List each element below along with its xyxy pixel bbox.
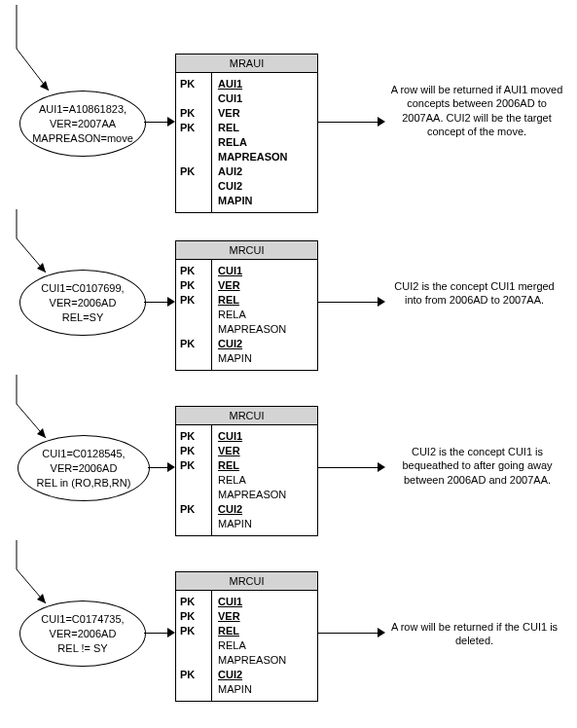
table-mraui: MRAUI PKPKPKPK AUI1CUI1VERRELRELAMAPREAS… (175, 54, 318, 213)
field-cell: CUI1 (218, 264, 306, 278)
ellipse-line: VER=2006AD (51, 461, 118, 476)
field-cell: AUI2 (218, 164, 306, 179)
pk-cell: PK (180, 106, 207, 121)
field-cell: VER (218, 106, 306, 121)
ellipse-line: CUI1=C0174735, (41, 612, 124, 627)
field-cell: RELA (218, 135, 306, 150)
field-cell: RELA (218, 308, 306, 322)
field-cell: RELA (218, 473, 306, 488)
field-cell: RELA (218, 638, 306, 653)
ellipse-line: CUI1=C0107699, (41, 281, 124, 296)
pk-cell: PK (180, 293, 207, 308)
description-3: CUI2 is the concept CUI1 is bequeathed t… (387, 445, 567, 487)
ellipse-line: CUI1=C0128545, (42, 447, 125, 461)
pk-cell: PK (180, 429, 207, 444)
table-field-column: AUI1CUI1VERRELRELAMAPREASONAUI2CUI2MAPIN (212, 73, 311, 212)
table-pk-column: PKPKPKPK (176, 591, 212, 701)
table-pk-column: PKPKPKPK (176, 260, 212, 370)
description-4: A row will be returned if the CUI1 is de… (389, 620, 559, 648)
pk-cell: PK (180, 458, 207, 473)
arrow-table-to-desc-2 (317, 302, 383, 303)
pk-cell (180, 179, 207, 194)
pk-cell: PK (180, 278, 207, 293)
pk-cell: PK (180, 337, 207, 351)
field-cell: CUI2 (218, 668, 306, 682)
field-cell: CUI1 (218, 91, 306, 106)
ellipse-line: VER=2006AD (50, 296, 117, 310)
query-ellipse-2: CUI1=C0107699, VER=2006AD REL=SY (19, 270, 146, 336)
arrow-table-to-desc-3 (317, 467, 383, 468)
arrowhead (378, 117, 385, 127)
table-field-column: CUI1VERRELRELAMAPREASONCUI2MAPIN (212, 260, 311, 370)
pk-cell (180, 150, 207, 164)
ellipse-line: AUI1=A10861823, (39, 102, 126, 117)
pk-cell (180, 194, 207, 208)
arrow-table-to-desc-1 (317, 122, 383, 123)
pk-cell: PK (180, 164, 207, 179)
table-pk-column: PKPKPKPK (176, 425, 212, 535)
pk-cell (180, 473, 207, 488)
arrowhead (378, 628, 385, 637)
arrowhead (167, 297, 175, 307)
pk-cell (180, 653, 207, 668)
svg-marker-0 (40, 81, 49, 91)
field-cell: MAPIN (218, 682, 306, 697)
pk-cell (180, 91, 207, 106)
field-cell: VER (218, 609, 306, 624)
field-cell: REL (218, 624, 306, 638)
table-pk-column: PKPKPKPK (176, 73, 212, 212)
field-cell: REL (218, 458, 306, 473)
pk-cell: PK (180, 609, 207, 624)
table-mrcui-2: MRCUI PKPKPKPK CUI1VERRELRELAMAPREASONCU… (175, 240, 318, 371)
table-title: MRCUI (176, 572, 317, 591)
field-cell: VER (218, 444, 306, 458)
pk-cell (180, 322, 207, 337)
table-field-column: CUI1VERRELRELAMAPREASONCUI2MAPIN (212, 591, 311, 701)
field-cell: MAPREASON (218, 653, 306, 668)
ellipse-line: REL in (RO,RB,RN) (37, 476, 131, 491)
pk-cell (180, 517, 207, 531)
pk-cell (180, 135, 207, 150)
ellipse-line: REL=SY (62, 310, 104, 325)
table-title: MRAUI (176, 55, 317, 73)
pk-cell (180, 682, 207, 697)
field-cell: REL (218, 293, 306, 308)
arrowhead (167, 462, 175, 472)
field-cell: VER (218, 278, 306, 293)
ellipse-line: VER=2006AD (50, 627, 117, 641)
field-cell: MAPREASON (218, 322, 306, 337)
pk-cell: PK (180, 77, 207, 91)
arrowhead (167, 117, 175, 127)
pk-cell: PK (180, 444, 207, 458)
pk-cell: PK (180, 624, 207, 638)
query-ellipse-4: CUI1=C0174735, VER=2006AD REL != SY (19, 601, 146, 667)
field-cell: MAPIN (218, 517, 306, 531)
field-cell: CUI2 (218, 337, 306, 351)
pk-cell: PK (180, 502, 207, 517)
field-cell: REL (218, 121, 306, 135)
ellipse-line: MAPREASON=move (32, 131, 133, 146)
table-title: MRCUI (176, 407, 317, 425)
table-title: MRCUI (176, 241, 317, 260)
field-cell: CUI1 (218, 429, 306, 444)
query-ellipse-1: AUI1=A10861823, VER=2007AA MAPREASON=mov… (19, 91, 146, 157)
pk-cell (180, 638, 207, 653)
table-field-column: CUI1VERRELRELAMAPREASONCUI2MAPIN (212, 425, 311, 535)
pk-cell (180, 488, 207, 502)
table-mrcui-3: MRCUI PKPKPKPK CUI1VERRELRELAMAPREASONCU… (175, 406, 318, 536)
ellipse-line: REL != SY (57, 641, 107, 656)
field-cell: AUI1 (218, 77, 306, 91)
field-cell: CUI1 (218, 595, 306, 609)
description-1: A row will be returned if AUI1 moved con… (389, 83, 564, 138)
field-cell: MAPREASON (218, 150, 306, 164)
query-ellipse-3: CUI1=C0128545, VER=2006AD REL in (RO,RB,… (18, 435, 150, 501)
description-2: CUI2 is the concept CUI1 merged into fro… (389, 279, 559, 308)
field-cell: CUI2 (218, 179, 306, 194)
arrowhead (167, 628, 175, 637)
pk-cell: PK (180, 668, 207, 682)
field-cell: MAPIN (218, 351, 306, 366)
field-cell: CUI2 (218, 502, 306, 517)
arrowhead (378, 462, 385, 472)
arrow-table-to-desc-4 (317, 633, 383, 634)
arrowhead (378, 297, 385, 307)
